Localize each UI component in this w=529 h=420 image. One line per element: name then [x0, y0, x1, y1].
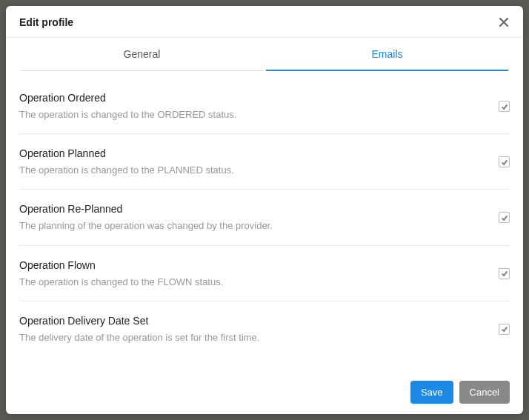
modal-footer: Save Cancel — [6, 372, 523, 414]
setting-checkbox[interactable] — [499, 324, 510, 335]
setting-desc: The delivery date of the operation is se… — [19, 331, 484, 344]
tabs: General Emails — [6, 37, 523, 71]
setting-text: Operation Flown The operation is changed… — [19, 259, 484, 289]
setting-row-operation-ordered: Operation Ordered The operation is chang… — [19, 79, 510, 134]
setting-checkbox[interactable] — [499, 156, 510, 167]
modal-title: Edit profile — [19, 16, 73, 28]
save-button[interactable]: Save — [410, 381, 453, 404]
setting-text: Operation Delivery Date Set The delivery… — [19, 315, 484, 344]
setting-label: Operation Flown — [19, 259, 484, 271]
setting-row-operation-re-planned: Operation Re-Planned The planning of the… — [19, 190, 510, 245]
setting-checkbox[interactable] — [499, 212, 510, 223]
setting-row-operation-delivery-date-set: Operation Delivery Date Set The delivery… — [19, 301, 510, 356]
tab-label: Emails — [371, 48, 402, 60]
tab-label: General — [124, 48, 161, 60]
setting-checkbox[interactable] — [499, 101, 510, 112]
setting-label: Operation Ordered — [19, 92, 484, 104]
setting-text: Operation Re-Planned The planning of the… — [19, 203, 484, 233]
modal-header: Edit profile — [6, 6, 523, 37]
setting-desc: The planning of the operation was change… — [19, 219, 484, 233]
check-icon — [501, 270, 508, 277]
close-icon[interactable] — [498, 16, 510, 28]
setting-text: Operation Ordered The operation is chang… — [19, 92, 484, 121]
setting-text: Operation Planned The operation is chang… — [19, 147, 484, 177]
setting-label: Operation Planned — [19, 147, 484, 159]
check-icon — [501, 103, 508, 110]
cancel-button[interactable]: Cancel — [459, 381, 510, 404]
setting-row-operation-planned: Operation Planned The operation is chang… — [19, 134, 510, 190]
check-icon — [501, 159, 508, 166]
setting-desc: The operation is changed to the FLOWN st… — [19, 276, 484, 289]
setting-row-operation-flown: Operation Flown The operation is changed… — [19, 246, 510, 301]
edit-profile-modal: Edit profile General Emails Operation Or… — [6, 6, 523, 414]
setting-label: Operation Re-Planned — [19, 203, 484, 215]
settings-list: Operation Ordered The operation is chang… — [6, 71, 523, 372]
tab-general[interactable]: General — [21, 38, 263, 71]
check-icon — [501, 214, 508, 221]
setting-label: Operation Delivery Date Set — [19, 315, 484, 327]
tab-emails[interactable]: Emails — [266, 38, 508, 71]
check-icon — [501, 325, 508, 333]
setting-checkbox[interactable] — [499, 268, 510, 279]
setting-desc: The operation is changed to the ORDERED … — [19, 108, 484, 121]
setting-desc: The operation is changed to the PLANNED … — [19, 164, 484, 177]
